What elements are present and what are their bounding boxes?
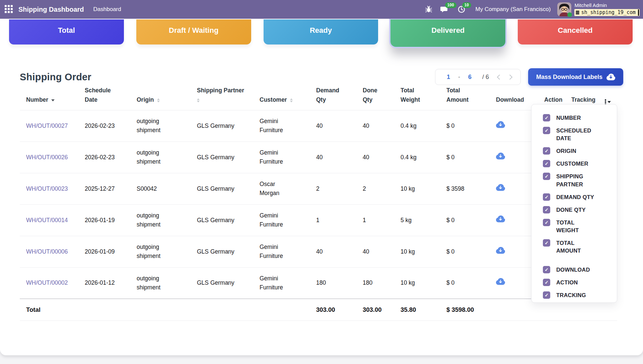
cloud-download-icon: [496, 247, 505, 254]
mass-download-labels-label: Mass Download Labels: [536, 74, 602, 81]
activities-clock-icon[interactable]: 10: [457, 5, 466, 13]
col-header-done-qty[interactable]: Done Qty: [356, 86, 394, 110]
pager-total: / 6: [476, 74, 493, 81]
table-row: WH/OUT/00027 2026-02-23 outgoing shipmen…: [20, 110, 617, 142]
cloud-download-icon: [496, 153, 505, 160]
table-row: WH/OUT/00006 2026-01-09 outgoing shipmen…: [20, 236, 617, 267]
checkbox-checked-icon[interactable]: [543, 206, 550, 213]
record-link[interactable]: WH/OUT/00014: [26, 217, 68, 223]
sort-both-icon: [290, 98, 293, 102]
page-title: Shipping Order: [20, 72, 435, 83]
menu-item-done-qty[interactable]: DONE QTY: [543, 206, 610, 214]
checkbox-checked-icon[interactable]: [543, 239, 550, 247]
table-row: WH/OUT/00023 2025-12-27 S00042 GLS Germa…: [20, 173, 617, 204]
download-label-button[interactable]: [496, 153, 505, 160]
card-cancelled[interactable]: Cancelled: [518, 19, 633, 44]
status-cards-row: Total Draft / Waiting Ready Delivered Ca…: [0, 19, 643, 47]
checkbox-checked-icon[interactable]: [543, 127, 550, 134]
checkbox-checked-icon[interactable]: [543, 279, 550, 286]
download-label-button[interactable]: [496, 184, 505, 191]
menu-item-origin[interactable]: ORIGIN: [543, 147, 610, 155]
pager-end[interactable]: 6: [463, 74, 476, 81]
company-switcher[interactable]: My Company (San Francisco): [476, 6, 551, 13]
table-row: WH/OUT/00014 2026-01-19 outgoing shipmen…: [20, 204, 617, 236]
menu-item-shipping-partner[interactable]: SHIPPING PARTNER: [543, 173, 610, 188]
menu-item-action[interactable]: ACTION: [543, 279, 610, 286]
col-header-number[interactable]: Number: [20, 86, 78, 110]
card-total[interactable]: Total: [9, 19, 124, 44]
menu-item-scheduled-date[interactable]: SCHEDULED DATE: [543, 127, 610, 142]
cloud-download-icon: [496, 184, 505, 191]
messages-count-badge: 100: [445, 2, 456, 8]
checkbox-checked-icon[interactable]: [543, 173, 550, 180]
table-row: WH/OUT/00002 2026-01-12 outgoing shipmen…: [20, 267, 617, 299]
menu-item-demand-qty[interactable]: DEMAND QTY: [543, 193, 610, 201]
user-menu[interactable]: Mitchell Admin sh_shipping_19_com: [557, 2, 640, 16]
col-header-schedule-date[interactable]: Schedule Date: [78, 86, 130, 110]
cloud-download-icon: [496, 215, 505, 222]
table-total-row: Total 303.00 303.00 35.80 $ 3598.00: [20, 299, 617, 321]
download-label-button[interactable]: [496, 247, 505, 254]
mass-download-labels-button[interactable]: Mass Download Labels: [528, 68, 623, 86]
debug-bug-icon[interactable]: [425, 5, 432, 13]
total-amount: $ 3598.00: [440, 299, 490, 321]
sort-both-icon: [197, 98, 200, 102]
pager-next-icon[interactable]: [507, 74, 513, 80]
pager: 1 - 6 / 6: [435, 69, 521, 85]
online-status-dot: [567, 12, 572, 17]
checkbox-checked-icon[interactable]: [543, 291, 550, 299]
pager-prev-icon[interactable]: [497, 74, 502, 80]
table-row: WH/OUT/00026 2026-02-23 outgoing shipmen…: [20, 142, 617, 173]
record-link[interactable]: WH/OUT/00006: [26, 248, 68, 255]
sort-desc-icon: [51, 99, 55, 101]
checkbox-checked-icon[interactable]: [543, 266, 550, 273]
menu-dashboard[interactable]: Dashboard: [93, 6, 121, 13]
col-header-origin[interactable]: Origin: [130, 86, 191, 110]
column-options-menu: NUMBER SCHEDULED DATE ORIGIN CUSTOMER SH…: [531, 104, 617, 303]
chevron-down-icon: [608, 101, 611, 103]
menu-item-number[interactable]: NUMBER: [543, 114, 610, 122]
user-name: Mitchell Admin: [574, 2, 607, 9]
text-cursor: [638, 9, 639, 16]
pager-separator: -: [455, 74, 463, 81]
total-weight: 35.80: [394, 299, 440, 321]
record-link[interactable]: WH/OUT/00026: [26, 154, 68, 161]
shipping-orders-table: Number Schedule Date Origin Shipping Par…: [20, 86, 617, 321]
menu-item-tracking[interactable]: TRACKING: [543, 291, 610, 299]
record-link[interactable]: WH/OUT/00002: [26, 279, 68, 286]
cloud-download-icon: [496, 121, 505, 128]
avatar: [557, 2, 571, 16]
apps-grid-icon[interactable]: [5, 5, 13, 14]
checkbox-checked-icon[interactable]: [543, 193, 550, 201]
checkbox-checked-icon[interactable]: [543, 114, 550, 121]
card-draft-waiting[interactable]: Draft / Waiting: [136, 19, 251, 44]
database-icon: [576, 11, 579, 14]
download-label-button[interactable]: [496, 121, 505, 128]
col-header-total-weight[interactable]: Total Weight: [394, 86, 440, 110]
download-label-button[interactable]: [496, 215, 505, 222]
col-header-demand-qty[interactable]: Demand Qty: [310, 86, 356, 110]
messages-icon[interactable]: 100: [440, 5, 449, 13]
col-header-total-amount[interactable]: Total Amount: [440, 86, 490, 110]
card-delivered[interactable]: Delivered: [390, 19, 505, 47]
menu-item-total-weight[interactable]: TOTAL WEIGHT: [543, 219, 610, 234]
cloud-download-icon: [606, 74, 615, 81]
total-demand: 303.00: [310, 299, 356, 321]
pager-start[interactable]: 1: [442, 74, 455, 81]
database-badge: sh_shipping_19_com: [574, 9, 640, 16]
card-ready[interactable]: Ready: [264, 19, 378, 44]
total-done: 303.00: [356, 299, 394, 321]
menu-item-total-amount[interactable]: TOTAL AMOUNT: [543, 239, 610, 255]
checkbox-checked-icon[interactable]: [543, 147, 550, 155]
table-header-row: Number Schedule Date Origin Shipping Par…: [20, 86, 617, 110]
col-header-customer[interactable]: Customer: [253, 86, 310, 110]
download-label-button[interactable]: [496, 278, 505, 285]
checkbox-checked-icon[interactable]: [543, 160, 550, 167]
menu-item-download[interactable]: DOWNLOAD: [543, 266, 610, 274]
record-link[interactable]: WH/OUT/00027: [26, 122, 68, 129]
checkbox-checked-icon[interactable]: [543, 219, 550, 226]
database-name: sh_shipping_19_com: [581, 9, 636, 15]
col-header-shipping-partner[interactable]: Shipping Partner: [191, 86, 253, 110]
menu-item-customer[interactable]: CUSTOMER: [543, 160, 610, 168]
record-link[interactable]: WH/OUT/00023: [26, 185, 68, 192]
